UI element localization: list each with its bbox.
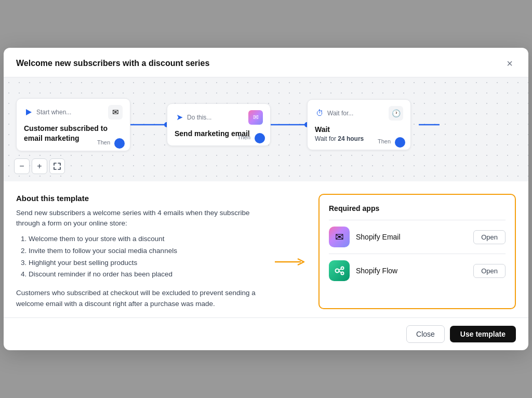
modal: Welcome new subscribers with a discount … [4, 48, 528, 350]
arrow-icon: ➤ [175, 113, 184, 122]
play-icon [24, 108, 33, 117]
svg-point-4 [341, 272, 344, 275]
node-wait-then-dot [395, 137, 405, 148]
zoom-controls: − + [14, 158, 65, 174]
shopify-flow-name: Shopify Flow [356, 267, 397, 275]
node-wait-subtitle-bold: 24 hours [338, 135, 364, 142]
node-wait[interactable]: ⏱ Wait for... 🕐 Wait Wait for 24 hours T… [307, 99, 411, 151]
node-start-then-label: Then [97, 139, 110, 145]
modal-close-button[interactable]: × [503, 57, 516, 70]
node-do-step-label: Do this... [187, 114, 211, 121]
wait-icon: ⏱ [315, 109, 324, 118]
list-item: Welcome them to your store with a discou… [29, 233, 262, 245]
modal-header: Welcome new subscribers with a discount … [4, 48, 528, 77]
about-description: Send new subscribers a welcome series wi… [16, 208, 262, 229]
app-row-email: ✉ Shopify Email Open [329, 220, 506, 254]
footer-close-button[interactable]: Close [406, 325, 445, 343]
connector-1 [130, 109, 167, 140]
list-item: Discount reminder if no order has been p… [29, 269, 262, 281]
connector-2 [271, 109, 307, 140]
email-type-icon-2: ✉ [248, 110, 263, 125]
connector-3 [411, 109, 447, 140]
required-apps-title: Required apps [329, 204, 506, 213]
email-type-icon-1: ✉ [108, 105, 123, 120]
arrow-divider [275, 194, 306, 309]
node-wait-header: ⏱ Wait for... 🕐 [315, 106, 403, 121]
about-note: Customers who subscribed at checkout wil… [16, 288, 262, 309]
node-start-header: Start when... ✉ [24, 105, 123, 120]
node-wait-label-row: ⏱ Wait for... [315, 109, 353, 118]
shopify-flow-open-button[interactable]: Open [473, 264, 506, 278]
node-wait-title: Wait [315, 125, 403, 135]
zoom-out-button[interactable]: − [14, 158, 30, 174]
about-list: Welcome them to your store with a discou… [16, 233, 262, 281]
app-info-flow: Shopify Flow [329, 260, 397, 281]
node-start-then-dot [114, 138, 125, 149]
node-do-header: ➤ Do this... ✉ [175, 110, 263, 125]
zoom-in-button[interactable]: + [32, 158, 47, 174]
workflow-canvas: Start when... ✉ Customer subscribed to e… [4, 77, 528, 181]
node-do-then-dot [255, 133, 265, 143]
use-template-button[interactable]: Use template [450, 326, 516, 342]
node-wait-step-label: Wait for... [327, 110, 353, 117]
node-wait-then-label: Then [378, 138, 391, 144]
node-do-this[interactable]: ➤ Do this... ✉ Send marketing email Then [167, 103, 271, 147]
node-wait-subtitle-plain: Wait for [315, 135, 338, 142]
list-item: Invite them to follow your social media … [29, 245, 262, 257]
list-item: Highlight your best selling products [29, 257, 262, 269]
app-row-flow: Shopify Flow Open [329, 254, 506, 287]
node-start[interactable]: Start when... ✉ Customer subscribed to e… [16, 98, 130, 151]
modal-title: Welcome new subscribers with a discount … [16, 59, 209, 68]
shopify-email-icon: ✉ [329, 227, 350, 247]
modal-footer: Close Use template [4, 317, 528, 350]
node-do-label-row: ➤ Do this... [175, 113, 211, 122]
shopify-email-open-button[interactable]: Open [473, 230, 506, 244]
svg-point-3 [341, 267, 344, 270]
svg-point-2 [336, 269, 339, 273]
workflow-nodes: Start when... ✉ Customer subscribed to e… [16, 98, 516, 151]
node-do-then-label: Then [237, 134, 250, 140]
required-apps-section: Required apps ✉ Shopify Email Open [318, 194, 516, 309]
shopify-email-name: Shopify Email [356, 233, 401, 241]
about-section: About this template Send new subscribers… [16, 194, 262, 309]
shopify-flow-icon [329, 260, 350, 281]
about-title: About this template [16, 194, 262, 203]
app-info-email: ✉ Shopify Email [329, 227, 401, 247]
zoom-fit-button[interactable] [49, 158, 65, 174]
clock-type-icon: 🕐 [389, 106, 403, 121]
node-start-label-row: Start when... [24, 108, 71, 117]
modal-body: About this template Send new subscribers… [4, 181, 528, 317]
node-start-step-label: Start when... [36, 109, 71, 116]
